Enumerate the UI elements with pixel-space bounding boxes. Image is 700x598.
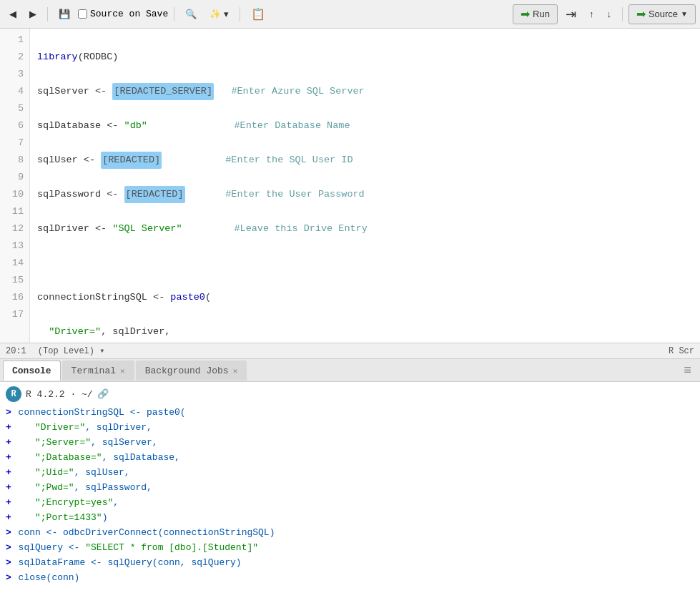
source-on-save-checkbox[interactable] [78,9,87,19]
copy-icon-button[interactable]: 📋 [246,4,270,24]
save-button[interactable]: 💾 [54,4,75,24]
code-content[interactable]: library(RODBC) sqlServer <- [REDACTED_SE… [30,29,700,343]
forward-button[interactable]: ▶ [24,4,41,24]
tabs-collapse-button[interactable]: ≡ [678,363,697,378]
console-line-11: > sqlDataFrame <- sqlQuery(conn, sqlQuer… [6,555,694,570]
r-version-text: R 4.2.2 · ~/ [26,387,93,402]
code-line-2: sqlServer <- [REDACTED_SERVER] #Enter Az… [37,83,693,100]
scroll-indicator: R Scr [669,346,694,356]
console-line-1: > connectionStringSQL <- paste0( [6,405,694,420]
code-level: (Top Level) ▾ [38,345,105,356]
console-tabs-bar: Console Terminal ✕ Background Jobs ✕ ≡ [0,359,700,382]
source-dropdown-icon: ▼ [681,10,688,18]
code-line-9: "Driver=", sqlDriver, [37,323,693,340]
line-numbers: 12345 678910 1112131415 1617 [0,29,30,343]
separator-1 [47,7,48,21]
r-logo-icon: R [6,386,21,402]
tab-background-jobs[interactable]: Background Jobs ✕ [136,361,247,381]
navigate-icon[interactable]: 🔗 [97,387,109,402]
separator-4 [622,7,623,21]
console-line-9: > conn <- odbcDriverConnect(connectionSt… [6,525,694,540]
console-line-5: + ";Uid=", sqlUser, [6,465,694,480]
code-line-4: sqlUser <- [REDACTED] #Enter the SQL Use… [37,152,693,169]
cursor-position: 20:1 [6,346,26,356]
console-line-4: + ";Database=", sqlDatabase, [6,450,694,465]
code-line-7 [37,255,693,272]
run-button[interactable]: ➡ Run [513,4,558,24]
wand-button[interactable]: ✨ ▾ [204,4,234,24]
separator-3 [240,7,240,21]
source-arrow-icon: ➡ [636,7,646,21]
editor-toolbar: ◀ ▶ 💾 Source on Save 🔍 ✨ ▾ 📋 ➡ Run ⇥ ↑ ↓… [0,0,700,29]
run-arrow-icon: ➡ [521,7,530,21]
wand-icon: ✨ ▾ [209,9,229,19]
console-line-12: > close(conn) [6,570,694,585]
code-line-5: sqlPassword <- [REDACTED] #Enter the Use… [37,186,693,203]
down-button[interactable]: ↓ [601,4,616,24]
r-version-header: R R 4.2.2 · ~/ 🔗 [6,386,694,402]
console-panel[interactable]: R R 4.2.2 · ~/ 🔗 > connectionStringSQL <… [0,382,700,598]
tab-console[interactable]: Console [3,361,61,381]
console-line-6: + ";Pwd=", sqlPassword, [6,480,694,495]
tab-terminal-close[interactable]: ✕ [120,366,125,376]
source-on-save-label[interactable]: Source on Save [78,9,168,19]
source-button[interactable]: ➡ Source ▼ [628,4,696,24]
search-button[interactable]: 🔍 [180,4,202,24]
code-line-3: sqlDatabase <- "db" #Enter Database Name [37,117,693,134]
console-line-2: + "Driver=", sqlDriver, [6,420,694,435]
tab-terminal-label: Terminal [72,366,116,376]
search-icon: 🔍 [185,9,197,19]
level-dropdown-icon[interactable]: ▾ [99,346,104,356]
code-line-8: connectionStringSQL <- paste0( [37,289,693,306]
console-line-7: + ";Encrypt=yes", [6,495,694,510]
code-editor[interactable]: 12345 678910 1112131415 1617 library(ROD… [0,29,700,343]
tab-terminal[interactable]: Terminal ✕ [62,361,134,381]
re-run-button[interactable]: ⇥ [561,4,581,24]
code-line-1: library(RODBC) [37,49,693,66]
status-bar: 20:1 (Top Level) ▾ R Scr [0,343,700,359]
tab-background-jobs-close[interactable]: ✕ [233,366,238,376]
console-line-10: > sqlQuery <- "SELECT * from [dbo].[Stud… [6,540,694,555]
save-icon: 💾 [59,9,70,19]
back-button[interactable]: ◀ [4,4,21,24]
up-button[interactable]: ↑ [584,4,599,24]
console-line-3: + ";Server=", sqlServer, [6,435,694,450]
separator-2 [174,7,174,21]
tab-background-jobs-label: Background Jobs [145,366,229,376]
code-line-6: sqlDriver <- "SQL Server" #Leave this Dr… [37,220,693,237]
tab-console-label: Console [12,366,51,376]
console-line-8: + ";Port=1433") [6,510,694,525]
